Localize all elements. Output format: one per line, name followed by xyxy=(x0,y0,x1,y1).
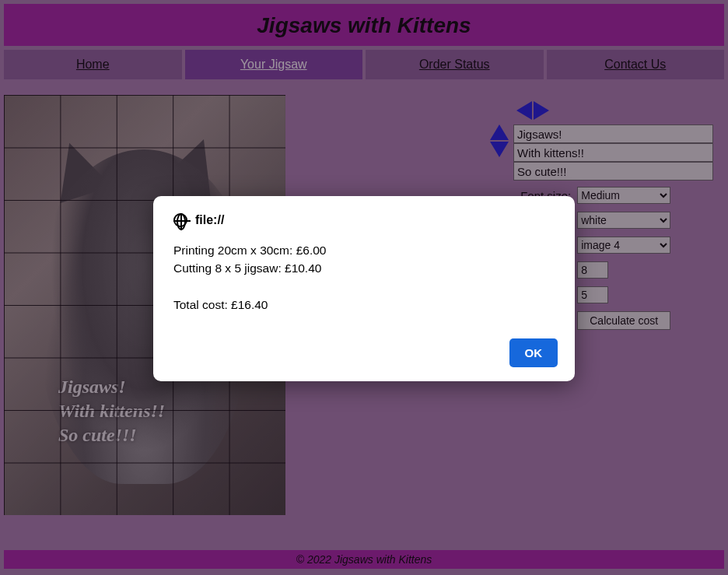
dialog-line: Printing 20cm x 30cm: £6.00 xyxy=(173,241,555,259)
dialog-origin: file:// xyxy=(195,213,224,227)
dialog-title-row: file:// xyxy=(173,213,555,227)
alert-dialog: file:// Printing 20cm x 30cm: £6.00 Cutt… xyxy=(153,196,575,381)
dialog-ok-button[interactable]: OK xyxy=(509,338,558,367)
globe-icon xyxy=(173,213,187,227)
dialog-body: Printing 20cm x 30cm: £6.00 Cutting 8 x … xyxy=(173,241,555,314)
dialog-line: Cutting 8 x 5 jigsaw: £10.40 xyxy=(173,259,555,277)
dialog-total: Total cost: £16.40 xyxy=(173,296,555,314)
